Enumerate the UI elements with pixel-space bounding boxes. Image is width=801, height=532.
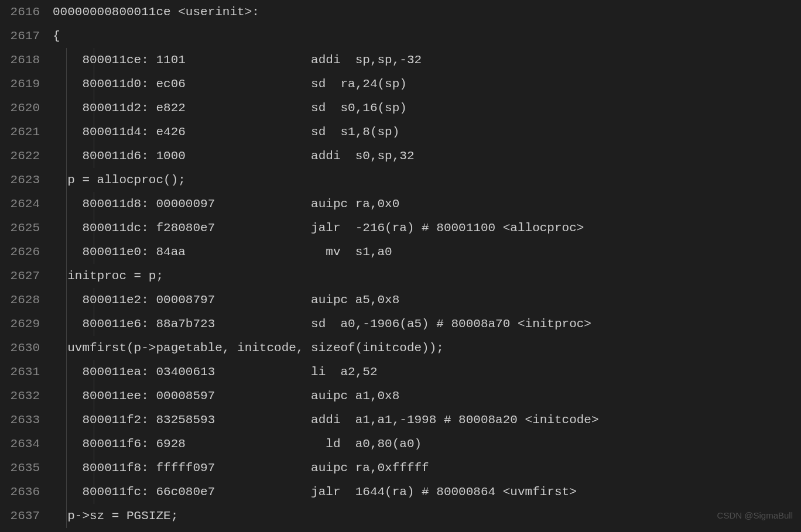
code-text: 800011d6: 1000 addi s0,sp,32 <box>53 149 415 163</box>
code-text: initproc = p; <box>53 269 163 283</box>
line-number: 2631 <box>0 360 40 384</box>
code-text: 800011e2: 00008797 auipc a5,0x8 <box>53 293 399 307</box>
line-number: 2618 <box>0 48 40 72</box>
line-number: 2632 <box>0 384 40 408</box>
indent-guide <box>66 96 67 120</box>
indent-guide <box>94 384 94 408</box>
code-line[interactable]: 800011f6: 6928 ld a0,80(a0) <box>53 432 801 456</box>
indent-guide <box>66 264 67 288</box>
line-number: 2623 <box>0 168 40 192</box>
code-line[interactable]: 800011d4: e426 sd s1,8(sp) <box>53 120 801 144</box>
code-text: 800011f6: 6928 ld a0,80(a0) <box>53 437 422 451</box>
indent-guide <box>66 48 67 72</box>
watermark: CSDN @SigmaBull <box>717 503 793 527</box>
code-line[interactable]: initproc = p; <box>53 264 801 288</box>
indent-guide <box>94 312 94 336</box>
code-line[interactable]: 800011f2: 83258593 addi a1,a1,-1998 # 80… <box>53 408 801 432</box>
code-text: 800011e0: 84aa mv s1,a0 <box>53 245 392 259</box>
indent-guide <box>66 144 67 168</box>
code-text: 800011f2: 83258593 addi a1,a1,-1998 # 80… <box>53 413 599 427</box>
indent-guide <box>94 432 94 456</box>
indent-guide <box>94 192 94 216</box>
code-line[interactable]: 800011d6: 1000 addi s0,sp,32 <box>53 144 801 168</box>
code-text: 800011f8: fffff097 auipc ra,0xfffff <box>53 461 429 475</box>
indent-guide <box>94 72 94 96</box>
code-line[interactable]: 00000000800011ce <userinit>: <box>53 0 801 24</box>
code-text: 800011ee: 00008597 auipc a1,0x8 <box>53 389 399 403</box>
code-line[interactable]: 800011d0: ec06 sd ra,24(sp) <box>53 72 801 96</box>
indent-guide <box>66 504 67 528</box>
code-text: p = allocproc(); <box>53 173 186 187</box>
code-editor[interactable]: 2616261726182619262026212622262326242625… <box>0 0 801 532</box>
indent-guide <box>66 168 67 192</box>
code-line[interactable]: 800011ea: 03400613 li a2,52 <box>53 360 801 384</box>
code-text: 800011ea: 03400613 li a2,52 <box>53 365 378 379</box>
indent-guide <box>66 336 67 360</box>
line-number: 2626 <box>0 240 40 264</box>
code-text: uvmfirst(p->pagetable, initcode, sizeof(… <box>53 341 444 355</box>
code-text: 800011e6: 88a7b723 sd a0,-1906(a5) # 800… <box>53 317 591 331</box>
indent-guide <box>94 144 94 168</box>
indent-guide <box>66 384 67 408</box>
indent-guide <box>94 240 94 264</box>
line-number: 2625 <box>0 216 40 240</box>
code-line[interactable]: 800011d8: 00000097 auipc ra,0x0 <box>53 192 801 216</box>
line-number: 2634 <box>0 432 40 456</box>
code-text: { <box>53 29 60 43</box>
code-line[interactable]: 800011dc: f28080e7 jalr -216(ra) # 80001… <box>53 216 801 240</box>
line-number: 2624 <box>0 192 40 216</box>
line-number: 2621 <box>0 120 40 144</box>
code-text: 800011d4: e426 sd s1,8(sp) <box>53 125 399 139</box>
indent-guide <box>94 120 94 144</box>
code-line[interactable]: 800011f8: fffff097 auipc ra,0xfffff <box>53 456 801 480</box>
indent-guide <box>66 216 67 240</box>
indent-guide <box>66 240 67 264</box>
indent-guide <box>66 288 67 312</box>
code-text: 800011d8: 00000097 auipc ra,0x0 <box>53 197 399 211</box>
code-line[interactable]: 800011e0: 84aa mv s1,a0 <box>53 240 801 264</box>
indent-guide <box>94 408 94 432</box>
code-area[interactable]: 00000000800011ce <userinit>:{ 800011ce: … <box>53 0 801 532</box>
code-text: 00000000800011ce <userinit>: <box>53 5 259 19</box>
line-number: 2637 <box>0 504 40 528</box>
code-line[interactable]: 800011ce: 1101 addi sp,sp,-32 <box>53 48 801 72</box>
indent-guide <box>66 480 67 504</box>
line-number: 2633 <box>0 408 40 432</box>
code-text: 800011fc: 66c080e7 jalr 1644(ra) # 80000… <box>53 485 577 499</box>
line-number: 2620 <box>0 96 40 120</box>
code-line[interactable]: { <box>53 24 801 48</box>
line-number: 2635 <box>0 456 40 480</box>
line-number: 2629 <box>0 312 40 336</box>
line-number: 2622 <box>0 144 40 168</box>
code-line[interactable]: p = allocproc(); <box>53 168 801 192</box>
code-text: p->sz = PGSIZE; <box>53 509 178 523</box>
code-line[interactable]: 800011d2: e822 sd s0,16(sp) <box>53 96 801 120</box>
line-number: 2619 <box>0 72 40 96</box>
code-line[interactable]: 800011e6: 88a7b723 sd a0,-1906(a5) # 800… <box>53 312 801 336</box>
line-number: 2630 <box>0 336 40 360</box>
indent-guide <box>66 312 67 336</box>
code-line[interactable]: 800011e2: 00008797 auipc a5,0x8 <box>53 288 801 312</box>
line-number: 2616 <box>0 0 40 24</box>
code-line[interactable]: 800011fc: 66c080e7 jalr 1644(ra) # 80000… <box>53 480 801 504</box>
line-number-gutter: 2616261726182619262026212622262326242625… <box>0 0 53 532</box>
code-text: 800011d0: ec06 sd ra,24(sp) <box>53 77 407 91</box>
indent-guide <box>66 120 67 144</box>
code-text: 800011d2: e822 sd s0,16(sp) <box>53 101 407 115</box>
code-text: 800011ce: 1101 addi sp,sp,-32 <box>53 53 422 67</box>
indent-guide <box>94 480 94 504</box>
line-number: 2628 <box>0 288 40 312</box>
line-number: 2617 <box>0 24 40 48</box>
indent-guide <box>94 216 94 240</box>
indent-guide <box>66 408 67 432</box>
indent-guide <box>94 360 94 384</box>
line-number: 2627 <box>0 264 40 288</box>
code-line[interactable]: p->sz = PGSIZE; <box>53 504 801 528</box>
indent-guide <box>94 48 94 72</box>
code-line[interactable]: 800011ee: 00008597 auipc a1,0x8 <box>53 384 801 408</box>
indent-guide <box>94 288 94 312</box>
indent-guide <box>66 72 67 96</box>
code-line[interactable]: uvmfirst(p->pagetable, initcode, sizeof(… <box>53 336 801 360</box>
indent-guide <box>66 432 67 456</box>
indent-guide <box>66 192 67 216</box>
